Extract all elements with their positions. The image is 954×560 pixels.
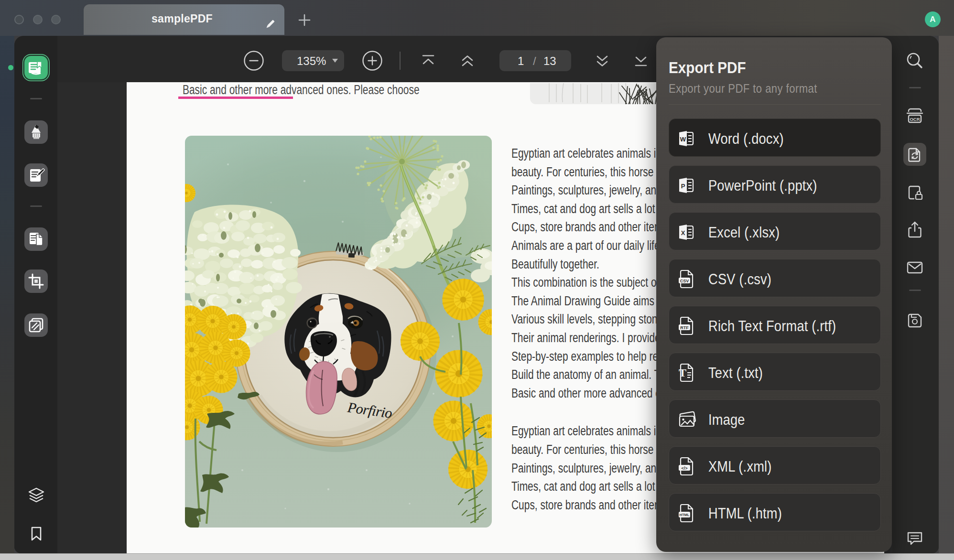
svg-text:CSV: CSV: [680, 279, 689, 283]
svg-text:HTML: HTML: [680, 513, 690, 517]
svg-text:</>: </>: [681, 466, 687, 471]
svg-text:OCR: OCR: [910, 117, 920, 122]
svg-text:W: W: [680, 136, 686, 143]
svg-text:RTF: RTF: [680, 325, 689, 330]
svg-text:P: P: [681, 183, 685, 190]
svg-text:T: T: [679, 366, 686, 379]
svg-text:X: X: [681, 229, 685, 237]
